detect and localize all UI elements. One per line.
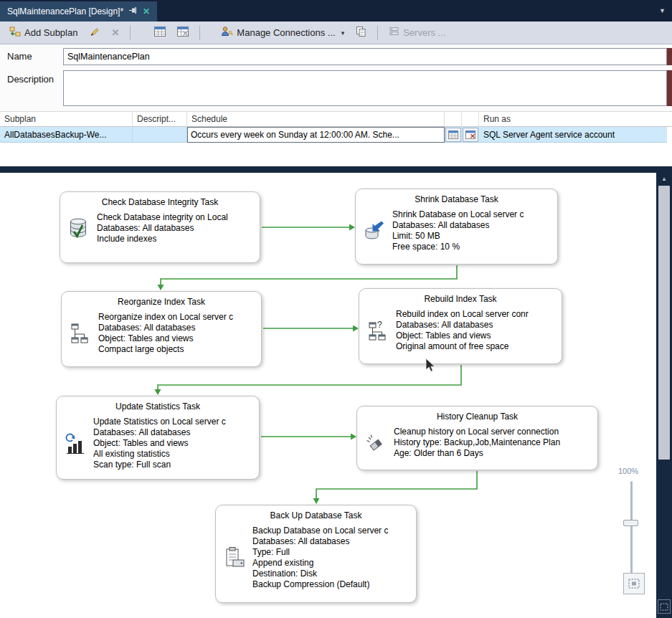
task-title: Check Database Integrity Task [67,197,252,207]
subplan-grid-header: Subplan Descript... Schedule Run as [0,111,672,127]
toolbar-separator [377,26,378,40]
pan-zoom-corner-button[interactable] [658,599,671,614]
panel-divider [0,166,672,173]
window-edge [667,48,672,65]
add-subplan-label: Add Subplan [24,27,77,38]
schedule-calendar-icon [154,27,166,39]
add-subplan-button[interactable]: Add Subplan [6,24,81,42]
run-as-cell[interactable]: SQL Server Agent service account [479,127,667,143]
task-title: History Cleanup Task [364,412,590,422]
remove-schedule-icon [177,27,189,39]
zoom-to-fit-button[interactable] [623,573,645,594]
remove-schedule-icon [465,130,475,139]
delete-x-icon: ✕ [111,27,119,38]
rebuild-index-icon: ? [366,320,389,341]
description-label: Description [7,74,54,85]
subplan-row-selected[interactable]: AllDatabasesBackup-We... Occurs every we… [0,127,667,143]
tab-title: SqlMaintenancePlan [Design]* [7,6,123,16]
column-header-schedule-remove [462,112,479,127]
edit-subplan-button[interactable] [85,24,103,42]
designer-toolbar: Add Subplan ✕ Manage Connections ... ▾ [0,22,672,44]
add-subplan-icon [9,27,21,39]
column-header-schedule[interactable]: Schedule [187,112,445,127]
task-title: Update Statistics Task [64,401,252,412]
manage-connections-button[interactable]: Manage Connections ... ▾ [217,23,348,42]
scroll-up-arrow[interactable]: ▲ [656,174,672,184]
task-backup-database[interactable]: Back Up Database Task Backup Database on… [215,505,417,603]
task-update-statistics[interactable]: Update Statistics Task Update Statistics… [56,396,260,480]
copy-pages-icon [356,26,366,39]
subplan-description-cell[interactable] [133,127,187,143]
dashed-square-icon [660,603,668,611]
servers-icon [389,27,399,39]
svg-text:?: ? [377,320,382,330]
task-description: Update Statistics on Local server c Data… [93,417,226,470]
reporting-button[interactable] [352,23,370,42]
task-description: Reorganize index on Local server c Datab… [98,312,233,355]
task-description: Shrink Database on Local server c Databa… [392,209,524,252]
manage-connections-label: Manage Connections ... [237,27,335,38]
task-description: Cleanup history on Local server connecti… [394,427,560,459]
scrollbar-thumb[interactable] [658,186,670,460]
task-description: Backup Database on Local server c Databa… [252,526,388,590]
mouse-cursor [425,358,435,373]
remove-schedule-button[interactable] [174,24,192,42]
subplan-schedule-button[interactable] [151,24,169,42]
task-title: Back Up Database Task [223,510,409,520]
edit-pencil-icon [89,27,100,39]
schedule-calendar-icon [448,130,458,139]
window-edge [667,70,672,106]
task-shrink-database[interactable]: Shrink Database Task Shrink Database on … [355,189,558,265]
task-title: Reorganize Index Task [69,297,254,307]
zoom-slider-track[interactable] [630,481,633,574]
column-header-run-as[interactable]: Run as [479,112,667,127]
reorganize-index-icon [69,323,92,344]
subplan-grid: Subplan Descript... Schedule Run as AllD… [0,111,672,166]
servers-button: Servers ... [385,24,449,42]
task-history-cleanup[interactable]: History Cleanup Task Cleanup history on … [356,406,598,470]
plan-description-input[interactable] [63,70,667,106]
task-description: Rebuild index on Local server conr Datab… [396,309,529,352]
task-title: Shrink Database Task [363,194,550,204]
task-title: Rebuild Index Task [366,294,554,304]
shrink-database-icon [363,220,386,242]
servers-label: Servers ... [403,27,445,38]
delete-subplan-button[interactable]: ✕ [108,24,123,41]
subplan-name-cell[interactable]: AllDatabasesBackup-We... [0,127,133,143]
close-icon[interactable]: ✕ [143,6,150,16]
history-cleanup-icon [364,433,387,453]
column-header-subplan[interactable]: Subplan [0,112,133,127]
update-statistics-icon [64,433,87,455]
task-check-database-integrity[interactable]: Check Database Integrity Task Check Data… [60,191,260,263]
remove-schedule-row-button[interactable] [463,128,478,142]
document-tab-bar: SqlMaintenancePlan [Design]* ✕ ▼ [0,0,672,22]
zoom-slider-thumb[interactable] [623,520,638,526]
database-check-icon [67,218,90,239]
backup-database-icon [223,546,246,569]
pin-icon[interactable] [129,6,137,16]
toolbar-separator [199,26,200,40]
task-rebuild-index[interactable]: Rebuild Index Task ? Rebuild index on Lo… [359,288,562,364]
fit-page-icon [628,579,640,589]
plan-name-input[interactable] [63,48,667,65]
manage-connections-icon [221,26,233,39]
tab-sqlmaintenanceplan-design[interactable]: SqlMaintenancePlan [Design]* ✕ [0,1,157,22]
tab-list-caret-icon[interactable]: ▼ [659,7,666,14]
task-description: Check Database integrity on Local Databa… [97,212,228,244]
chevron-down-icon: ▾ [341,29,345,37]
toolbar-separator [130,26,131,40]
maintenance-plan-design-surface[interactable]: Check Database Integrity Task Check Data… [0,173,656,618]
zoom-level-label: 100% [618,467,638,475]
edit-schedule-button[interactable] [445,128,461,142]
column-header-description[interactable]: Descript... [133,112,187,127]
plan-properties-form: Name Description [0,44,672,111]
task-reorganize-index[interactable]: Reorganize Index Task Reorganize index o… [61,291,262,367]
vertical-scrollbar-rail: ▲ [656,173,672,618]
column-header-schedule-edit [445,112,462,127]
subplan-schedule-cell[interactable]: Occurs every week on Sunday at 12:00:00 … [187,127,445,143]
name-label: Name [7,51,32,62]
